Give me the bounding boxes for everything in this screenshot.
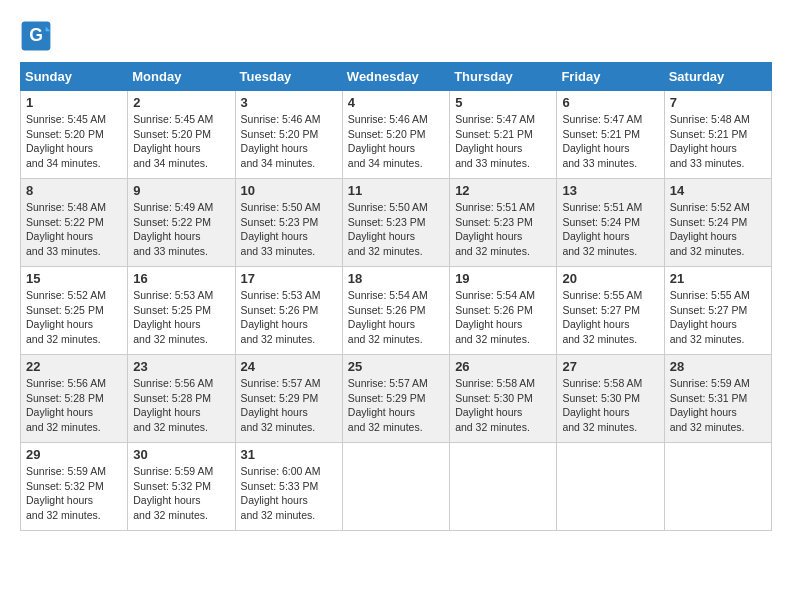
day-number: 21 (670, 271, 766, 286)
day-info: Sunrise: 5:59 AM Sunset: 5:32 PM Dayligh… (26, 464, 122, 523)
calendar-cell: 10 Sunrise: 5:50 AM Sunset: 5:23 PM Dayl… (235, 179, 342, 267)
day-number: 2 (133, 95, 229, 110)
day-info: Sunrise: 5:49 AM Sunset: 5:22 PM Dayligh… (133, 200, 229, 259)
calendar-cell: 9 Sunrise: 5:49 AM Sunset: 5:22 PM Dayli… (128, 179, 235, 267)
calendar-cell (557, 443, 664, 531)
day-info: Sunrise: 6:00 AM Sunset: 5:33 PM Dayligh… (241, 464, 337, 523)
day-info: Sunrise: 5:58 AM Sunset: 5:30 PM Dayligh… (562, 376, 658, 435)
day-info: Sunrise: 5:45 AM Sunset: 5:20 PM Dayligh… (133, 112, 229, 171)
calendar-cell: 8 Sunrise: 5:48 AM Sunset: 5:22 PM Dayli… (21, 179, 128, 267)
day-info: Sunrise: 5:46 AM Sunset: 5:20 PM Dayligh… (241, 112, 337, 171)
day-number: 3 (241, 95, 337, 110)
svg-text:G: G (29, 25, 43, 45)
calendar-cell: 1 Sunrise: 5:45 AM Sunset: 5:20 PM Dayli… (21, 91, 128, 179)
day-info: Sunrise: 5:48 AM Sunset: 5:21 PM Dayligh… (670, 112, 766, 171)
calendar-cell: 15 Sunrise: 5:52 AM Sunset: 5:25 PM Dayl… (21, 267, 128, 355)
calendar-cell: 6 Sunrise: 5:47 AM Sunset: 5:21 PM Dayli… (557, 91, 664, 179)
calendar-cell: 20 Sunrise: 5:55 AM Sunset: 5:27 PM Dayl… (557, 267, 664, 355)
day-number: 22 (26, 359, 122, 374)
day-info: Sunrise: 5:56 AM Sunset: 5:28 PM Dayligh… (26, 376, 122, 435)
day-number: 29 (26, 447, 122, 462)
day-number: 23 (133, 359, 229, 374)
calendar-cell: 16 Sunrise: 5:53 AM Sunset: 5:25 PM Dayl… (128, 267, 235, 355)
day-number: 14 (670, 183, 766, 198)
day-number: 13 (562, 183, 658, 198)
day-info: Sunrise: 5:54 AM Sunset: 5:26 PM Dayligh… (348, 288, 444, 347)
day-number: 6 (562, 95, 658, 110)
day-number: 28 (670, 359, 766, 374)
header-saturday: Saturday (664, 63, 771, 91)
header-thursday: Thursday (450, 63, 557, 91)
calendar-week-row: 29 Sunrise: 5:59 AM Sunset: 5:32 PM Dayl… (21, 443, 772, 531)
calendar-cell: 11 Sunrise: 5:50 AM Sunset: 5:23 PM Dayl… (342, 179, 449, 267)
header-sunday: Sunday (21, 63, 128, 91)
day-number: 4 (348, 95, 444, 110)
calendar-week-row: 8 Sunrise: 5:48 AM Sunset: 5:22 PM Dayli… (21, 179, 772, 267)
calendar-cell: 5 Sunrise: 5:47 AM Sunset: 5:21 PM Dayli… (450, 91, 557, 179)
day-info: Sunrise: 5:52 AM Sunset: 5:24 PM Dayligh… (670, 200, 766, 259)
day-number: 8 (26, 183, 122, 198)
header-monday: Monday (128, 63, 235, 91)
day-number: 16 (133, 271, 229, 286)
calendar-cell: 3 Sunrise: 5:46 AM Sunset: 5:20 PM Dayli… (235, 91, 342, 179)
day-info: Sunrise: 5:47 AM Sunset: 5:21 PM Dayligh… (455, 112, 551, 171)
calendar-cell: 25 Sunrise: 5:57 AM Sunset: 5:29 PM Dayl… (342, 355, 449, 443)
calendar-cell: 28 Sunrise: 5:59 AM Sunset: 5:31 PM Dayl… (664, 355, 771, 443)
day-number: 1 (26, 95, 122, 110)
day-info: Sunrise: 5:56 AM Sunset: 5:28 PM Dayligh… (133, 376, 229, 435)
calendar-cell: 29 Sunrise: 5:59 AM Sunset: 5:32 PM Dayl… (21, 443, 128, 531)
day-info: Sunrise: 5:50 AM Sunset: 5:23 PM Dayligh… (348, 200, 444, 259)
calendar-table: Sunday Monday Tuesday Wednesday Thursday… (20, 62, 772, 531)
logo-icon: G (20, 20, 52, 52)
calendar-cell: 26 Sunrise: 5:58 AM Sunset: 5:30 PM Dayl… (450, 355, 557, 443)
day-number: 10 (241, 183, 337, 198)
day-number: 18 (348, 271, 444, 286)
day-number: 26 (455, 359, 551, 374)
calendar-cell: 14 Sunrise: 5:52 AM Sunset: 5:24 PM Dayl… (664, 179, 771, 267)
day-number: 17 (241, 271, 337, 286)
day-info: Sunrise: 5:59 AM Sunset: 5:31 PM Dayligh… (670, 376, 766, 435)
day-number: 9 (133, 183, 229, 198)
day-info: Sunrise: 5:59 AM Sunset: 5:32 PM Dayligh… (133, 464, 229, 523)
day-number: 25 (348, 359, 444, 374)
day-info: Sunrise: 5:57 AM Sunset: 5:29 PM Dayligh… (348, 376, 444, 435)
header-tuesday: Tuesday (235, 63, 342, 91)
calendar-cell: 21 Sunrise: 5:55 AM Sunset: 5:27 PM Dayl… (664, 267, 771, 355)
day-number: 27 (562, 359, 658, 374)
calendar-cell (664, 443, 771, 531)
calendar-cell: 7 Sunrise: 5:48 AM Sunset: 5:21 PM Dayli… (664, 91, 771, 179)
calendar-cell: 12 Sunrise: 5:51 AM Sunset: 5:23 PM Dayl… (450, 179, 557, 267)
day-info: Sunrise: 5:53 AM Sunset: 5:26 PM Dayligh… (241, 288, 337, 347)
header-friday: Friday (557, 63, 664, 91)
day-info: Sunrise: 5:55 AM Sunset: 5:27 PM Dayligh… (670, 288, 766, 347)
calendar-cell: 17 Sunrise: 5:53 AM Sunset: 5:26 PM Dayl… (235, 267, 342, 355)
day-info: Sunrise: 5:53 AM Sunset: 5:25 PM Dayligh… (133, 288, 229, 347)
calendar-cell: 22 Sunrise: 5:56 AM Sunset: 5:28 PM Dayl… (21, 355, 128, 443)
day-info: Sunrise: 5:47 AM Sunset: 5:21 PM Dayligh… (562, 112, 658, 171)
calendar-cell: 27 Sunrise: 5:58 AM Sunset: 5:30 PM Dayl… (557, 355, 664, 443)
day-number: 30 (133, 447, 229, 462)
day-info: Sunrise: 5:50 AM Sunset: 5:23 PM Dayligh… (241, 200, 337, 259)
calendar-week-row: 22 Sunrise: 5:56 AM Sunset: 5:28 PM Dayl… (21, 355, 772, 443)
day-info: Sunrise: 5:55 AM Sunset: 5:27 PM Dayligh… (562, 288, 658, 347)
day-info: Sunrise: 5:52 AM Sunset: 5:25 PM Dayligh… (26, 288, 122, 347)
day-number: 5 (455, 95, 551, 110)
day-info: Sunrise: 5:51 AM Sunset: 5:23 PM Dayligh… (455, 200, 551, 259)
day-info: Sunrise: 5:51 AM Sunset: 5:24 PM Dayligh… (562, 200, 658, 259)
page-header: G (20, 20, 772, 52)
day-info: Sunrise: 5:54 AM Sunset: 5:26 PM Dayligh… (455, 288, 551, 347)
calendar-cell (450, 443, 557, 531)
calendar-cell: 30 Sunrise: 5:59 AM Sunset: 5:32 PM Dayl… (128, 443, 235, 531)
calendar-cell: 24 Sunrise: 5:57 AM Sunset: 5:29 PM Dayl… (235, 355, 342, 443)
weekday-header-row: Sunday Monday Tuesday Wednesday Thursday… (21, 63, 772, 91)
day-number: 15 (26, 271, 122, 286)
calendar-cell: 23 Sunrise: 5:56 AM Sunset: 5:28 PM Dayl… (128, 355, 235, 443)
day-info: Sunrise: 5:58 AM Sunset: 5:30 PM Dayligh… (455, 376, 551, 435)
day-number: 20 (562, 271, 658, 286)
calendar-cell: 2 Sunrise: 5:45 AM Sunset: 5:20 PM Dayli… (128, 91, 235, 179)
day-number: 11 (348, 183, 444, 198)
day-number: 19 (455, 271, 551, 286)
day-number: 24 (241, 359, 337, 374)
calendar-week-row: 1 Sunrise: 5:45 AM Sunset: 5:20 PM Dayli… (21, 91, 772, 179)
calendar-cell (342, 443, 449, 531)
